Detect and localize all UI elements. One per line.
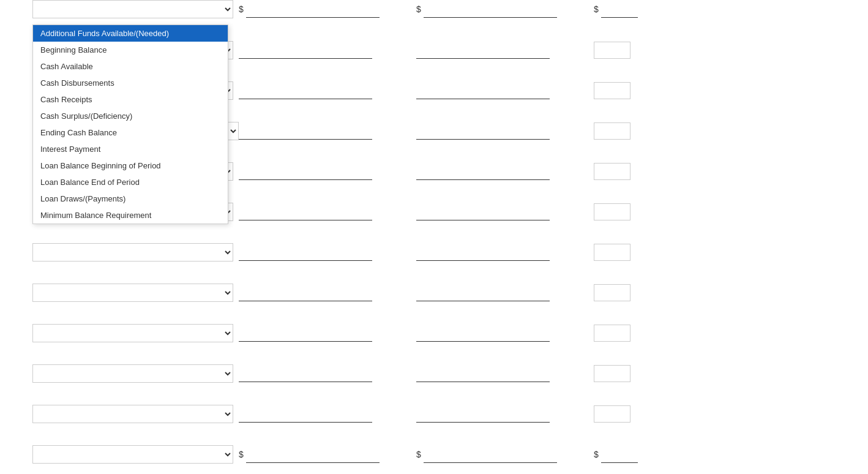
row8-input-2[interactable] [416,284,550,301]
cell-1-row11 [0,405,239,423]
cell-2-row4 [239,122,416,140]
row1-input-1[interactable] [246,1,380,18]
option-loan-balance-beginning[interactable]: Loan Balance Beginning of Period [33,157,228,174]
cell-4-row1: $ [594,1,716,18]
cell-2-row1: $ [239,1,416,18]
cell-2-row7 [239,244,416,261]
row8-select[interactable] [32,284,233,302]
row9-select[interactable] [32,324,233,342]
row6-input-3[interactable] [594,203,630,220]
row10-input-2[interactable] [416,365,550,382]
row-7 [0,243,868,261]
row7-input-2[interactable] [416,244,550,261]
cell-4-row6 [594,203,716,220]
cell-4-row3 [594,82,716,99]
row2-input-3[interactable] [594,42,630,59]
cell-3-row10 [416,365,594,382]
row1-input-2[interactable] [424,1,557,18]
cell-4-row7 [594,244,716,261]
row-12: $ $ $ [0,445,868,464]
row12-select[interactable] [32,445,233,464]
row3-input-3[interactable] [594,82,630,99]
row1-input-3[interactable] [601,1,638,18]
cell-2-row2 [239,42,416,59]
row1-select[interactable] [32,0,233,18]
row7-input-1[interactable] [239,244,372,261]
row9-input-2[interactable] [416,325,550,342]
cell-2-row9 [239,325,416,342]
row3-input-2[interactable] [416,82,550,99]
option-minimum-balance[interactable]: Minimum Balance Requirement [33,207,228,224]
cell-2-row12: $ [239,446,416,463]
row6-input-1[interactable] [239,203,372,220]
row-9 [0,324,868,342]
cell-3-row7 [416,244,594,261]
row10-input-3[interactable] [594,365,630,382]
row6-input-2[interactable] [416,203,550,220]
row5-input-2[interactable] [416,163,550,180]
option-cash-disbursements[interactable]: Cash Disbursements [33,75,228,91]
row7-select[interactable] [32,243,233,261]
cell-3-row2 [416,42,594,59]
cell-3-row5 [416,163,594,180]
row11-input-3[interactable] [594,405,630,423]
dollar-sign-bot-2: $ [416,450,421,459]
cell-4-row2 [594,42,716,59]
option-cash-receipts[interactable]: Cash Receipts [33,91,228,108]
cell-2-row8 [239,284,416,301]
cell-4-row4 [594,122,716,140]
row2-input-1[interactable] [239,42,372,59]
row5-input-3[interactable] [594,163,630,180]
row11-input-2[interactable] [416,405,550,423]
dollar-sign-1: $ [239,4,244,14]
row11-input-1[interactable] [239,405,372,423]
cell-3-row9 [416,325,594,342]
row5-input-1[interactable] [239,163,372,180]
row12-input-1[interactable] [246,446,380,463]
row8-input-3[interactable] [594,284,630,301]
row4-input-3[interactable] [594,122,630,140]
row12-input-3[interactable] [601,446,638,463]
option-cash-available[interactable]: Cash Available [33,58,228,75]
row11-select[interactable] [32,405,233,423]
row12-input-2[interactable] [424,446,557,463]
cell-3-row8 [416,284,594,301]
row3-input-1[interactable] [239,82,372,99]
row10-input-1[interactable] [239,365,372,382]
cell-1-row9 [0,324,239,342]
row9-input-1[interactable] [239,325,372,342]
option-loan-draws[interactable]: Loan Draws/(Payments) [33,190,228,207]
cell-3-row6 [416,203,594,220]
option-ending-cash-balance[interactable]: Ending Cash Balance [33,124,228,141]
cell-3-row1: $ [416,1,594,18]
cell-2-row5 [239,163,416,180]
row7-input-3[interactable] [594,244,630,261]
row8-input-1[interactable] [239,284,372,301]
cell-4-row5 [594,163,716,180]
cell-3-row3 [416,82,594,99]
option-beginning-balance[interactable]: Beginning Balance [33,42,228,58]
cell-3-row11 [416,405,594,423]
cell-4-row8 [594,284,716,301]
option-loan-balance-end[interactable]: Loan Balance End of Period [33,174,228,190]
cell-1-row8 [0,284,239,302]
dollar-sign-3: $ [594,4,599,14]
option-interest-payment[interactable]: Interest Payment [33,141,228,157]
cell-4-row9 [594,325,716,342]
cell-4-row11 [594,405,716,423]
cell-2-row3 [239,82,416,99]
dollar-sign-bot-3: $ [594,450,599,459]
option-additional-funds[interactable]: Additional Funds Available/(Needed) [33,25,228,42]
row2-input-2[interactable] [416,42,550,59]
row4-input-2[interactable] [416,122,550,140]
dropdown-menu: Additional Funds Available/(Needed) Begi… [32,24,228,224]
cell-2-row11 [239,405,416,423]
row9-input-3[interactable] [594,325,630,342]
row4-input-1[interactable] [239,122,372,140]
cell-1-row7 [0,243,239,261]
cell-2-row10 [239,365,416,382]
row-8 [0,284,868,302]
row10-select[interactable] [32,364,233,383]
row-1: $ $ $ [0,0,868,18]
option-cash-surplus[interactable]: Cash Surplus/(Deficiency) [33,108,228,124]
